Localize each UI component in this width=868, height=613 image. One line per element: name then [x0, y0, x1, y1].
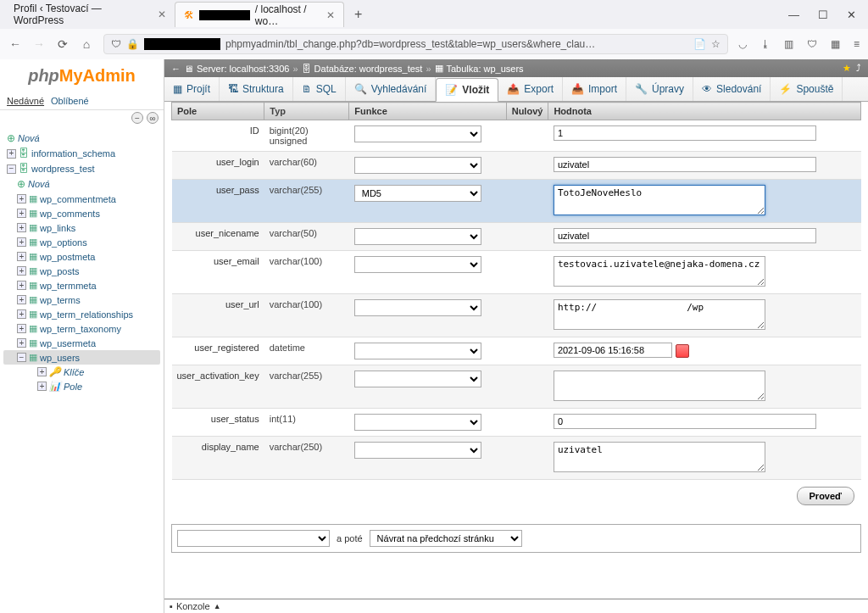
pocket-icon[interactable]: ◡: [738, 38, 747, 50]
browser-tab-1[interactable]: Profil ‹ Testovací — WordPress ✕: [5, 2, 175, 27]
tree-table[interactable]: +▦wp_options: [3, 235, 160, 249]
value-input[interactable]: [554, 414, 816, 429]
tree-table[interactable]: +▦wp_comments: [3, 206, 160, 220]
tab-spouště[interactable]: ⚡Spouště: [771, 77, 843, 101]
expand-icon[interactable]: +: [17, 194, 26, 203]
bc-database[interactable]: Databáze: wordpress_test: [314, 64, 423, 74]
url-bar[interactable]: 🛡 🔒 phpmyadmin/tbl_change.php?db=wordpre…: [103, 34, 728, 54]
tree-table[interactable]: +▦wp_terms: [3, 293, 160, 307]
function-select[interactable]: [354, 343, 481, 359]
tree-new[interactable]: ⊕Nová: [3, 131, 160, 146]
expand-icon[interactable]: +: [17, 266, 26, 276]
bc-table[interactable]: Tabulka: wp_users: [447, 64, 524, 74]
tree-table[interactable]: +▦wp_postmeta: [3, 249, 160, 264]
tree-table[interactable]: +▦wp_commentmeta: [3, 192, 160, 206]
function-select[interactable]: [354, 125, 481, 142]
tab-export[interactable]: 📤Export: [498, 77, 563, 101]
expand-icon[interactable]: +: [37, 382, 47, 391]
function-select[interactable]: [354, 299, 481, 316]
function-select[interactable]: [354, 371, 481, 387]
tree-table[interactable]: +▦wp_termmeta: [3, 278, 160, 293]
tab-struktura[interactable]: 🏗Struktura: [220, 77, 293, 101]
forward-icon[interactable]: →: [32, 37, 46, 51]
collapse-icon[interactable]: −: [17, 353, 26, 362]
tree-table[interactable]: +▦wp_term_taxonomy: [3, 321, 160, 336]
tab-sledování[interactable]: 👁Sledování: [693, 77, 771, 101]
function-select[interactable]: [354, 228, 481, 245]
tab-favorites[interactable]: Oblíbené: [51, 96, 89, 106]
expand-icon[interactable]: +: [17, 295, 26, 304]
expand-icon[interactable]: +: [17, 252, 26, 261]
tab-import[interactable]: 📥Import: [563, 77, 626, 101]
tab-úpravy[interactable]: 🔧Úpravy: [626, 77, 693, 101]
tab-sql[interactable]: 🗎SQL: [293, 77, 346, 101]
value-textarea[interactable]: [554, 371, 765, 401]
tree-table[interactable]: +▦wp_term_relationships: [3, 307, 160, 321]
favorite-icon[interactable]: ★: [843, 63, 851, 74]
function-select[interactable]: MD5: [354, 185, 481, 202]
tree-table[interactable]: +▦wp_usermeta: [3, 336, 160, 350]
extensions-icon[interactable]: ▦: [831, 38, 840, 50]
calendar-icon[interactable]: [676, 344, 689, 358]
expand-icon[interactable]: +: [17, 223, 26, 232]
value-input[interactable]: [554, 228, 816, 243]
expand-icon[interactable]: ∞: [147, 112, 159, 124]
home-icon[interactable]: ⌂: [80, 37, 93, 51]
ublock-icon[interactable]: 🛡: [807, 38, 817, 50]
library-icon[interactable]: ▥: [784, 38, 793, 50]
function-select[interactable]: [354, 414, 481, 431]
collapse-icon[interactable]: −: [7, 164, 16, 174]
nav-collapse-icon[interactable]: ←: [171, 64, 181, 74]
function-select[interactable]: [354, 442, 481, 459]
maximize-icon[interactable]: ☐: [818, 8, 828, 21]
value-input[interactable]: [554, 125, 816, 141]
collapse-icon[interactable]: −: [131, 112, 143, 124]
expand-icon[interactable]: +: [7, 149, 16, 159]
tab-projít[interactable]: ▦Projít: [164, 77, 220, 101]
expand-icon[interactable]: +: [17, 324, 26, 333]
value-textarea[interactable]: testovaci.uzivatele@nejaka-domena.cz: [554, 256, 765, 287]
tree-table[interactable]: +▦wp_links: [3, 220, 160, 235]
value-textarea[interactable]: TotoJeNoveHeslo: [554, 185, 765, 215]
close-icon[interactable]: ✕: [847, 8, 856, 21]
value-textarea[interactable]: uzivatel: [554, 442, 765, 472]
tree-new[interactable]: ⊕Nová: [3, 176, 160, 192]
close-icon[interactable]: ✕: [326, 9, 335, 21]
submit-button[interactable]: Proveď: [797, 487, 854, 505]
tab-vyhledávání[interactable]: 🔍Vyhledávání: [346, 77, 437, 101]
expand-icon[interactable]: +: [17, 338, 26, 348]
function-select[interactable]: [354, 157, 481, 174]
value-input[interactable]: [554, 157, 816, 172]
tab-recent[interactable]: Nedávné: [7, 96, 44, 106]
menu-icon[interactable]: ≡: [854, 38, 860, 50]
new-tab-button[interactable]: +: [349, 7, 367, 22]
value-input[interactable]: [554, 343, 672, 358]
minimize-icon[interactable]: —: [788, 8, 799, 21]
downloads-icon[interactable]: ⭳: [760, 38, 771, 50]
function-select[interactable]: [354, 256, 481, 273]
reader-icon[interactable]: 📄: [693, 38, 706, 50]
tab-vložit[interactable]: 📝Vložit: [436, 78, 498, 102]
value-textarea[interactable]: http:// /wp: [554, 299, 765, 330]
tree-sub[interactable]: +🔑Klíče: [3, 365, 160, 379]
expand-icon[interactable]: +: [17, 209, 26, 218]
back-icon[interactable]: ←: [8, 37, 22, 51]
pageup-icon[interactable]: ⤴: [856, 63, 861, 74]
expand-icon[interactable]: +: [17, 281, 26, 290]
reload-icon[interactable]: ⟳: [56, 37, 70, 51]
expand-icon[interactable]: +: [37, 367, 47, 376]
after-action-select[interactable]: Návrat na předchozí stránku: [370, 530, 522, 547]
tree-db[interactable]: +🗄information_schema: [3, 146, 160, 161]
bookmark-icon[interactable]: ☆: [711, 38, 721, 50]
console-bar[interactable]: ▪ Konzole ▲: [164, 599, 868, 613]
insert-rows-select[interactable]: [177, 530, 330, 547]
browser-tab-2[interactable]: 🛠 / localhost / wo… ✕: [175, 2, 344, 27]
close-icon[interactable]: ✕: [158, 8, 166, 20]
tree-table[interactable]: +▦wp_posts: [3, 264, 160, 278]
tree-table[interactable]: −▦wp_users: [3, 350, 160, 365]
expand-icon[interactable]: +: [17, 309, 26, 319]
bc-server[interactable]: Server: localhost:3306: [197, 64, 289, 74]
expand-icon[interactable]: +: [17, 237, 26, 247]
tree-sub[interactable]: +📊Pole: [3, 379, 160, 393]
tree-db[interactable]: −🗄wordpress_test: [3, 161, 160, 176]
